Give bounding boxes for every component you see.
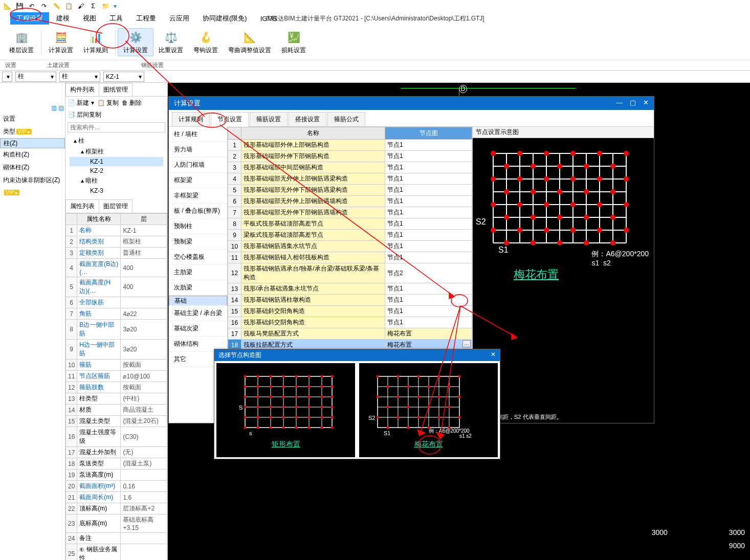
menu-quantity[interactable]: 工程量	[130, 12, 162, 25]
undo-icon[interactable]: ↶	[28, 2, 36, 10]
prop-value[interactable]: 按截面	[121, 360, 167, 371]
prop-name[interactable]: 泵送类型	[77, 458, 121, 469]
prop-value[interactable]: 1.6	[121, 492, 167, 503]
row-value[interactable]: 节点1	[385, 151, 472, 162]
prop-value[interactable]: 层顶标高+2	[121, 503, 167, 514]
node-table[interactable]: 名称节点图 1 筏形基础端部外伸上部钢筋构造 节点12 筏形基础端部外伸下部钢筋…	[228, 127, 472, 362]
prop-value[interactable]: (中柱)	[121, 393, 167, 405]
node-table-row[interactable]: 17 筏板马凳筋配置方式 梅花布置	[228, 328, 472, 340]
row-value[interactable]: 节点1	[385, 140, 472, 151]
prop-name[interactable]: 泵送高度(m)	[77, 469, 121, 481]
prop-name[interactable]: 节点区箍筋	[77, 371, 121, 382]
prop-value[interactable]: 0.16	[121, 481, 167, 492]
node-table-row[interactable]: 15 筏形基础斜交阳角构造 节点1	[228, 306, 472, 317]
menu-cloud[interactable]: 云应用	[163, 12, 195, 25]
prop-value[interactable]: 普通柱	[121, 248, 167, 259]
dlg-tab-stirrup[interactable]: 箍筋设置	[250, 112, 288, 126]
prop-value[interactable]	[121, 469, 167, 481]
node-table-row[interactable]: 16 筏形基础斜交阴角构造 节点1	[228, 317, 472, 328]
category-item[interactable]: 人防门框墙	[169, 158, 227, 173]
tree-item[interactable]: 类型VIP ▸	[0, 125, 65, 138]
row-value[interactable]: 节点1	[385, 317, 472, 328]
node-table-row[interactable]: 2 筏形基础端部外伸下部钢筋构造 节点1	[228, 151, 472, 162]
prop-name[interactable]: ⊕ 钢筋业务属性	[77, 544, 121, 561]
row-value[interactable]: 节点1	[385, 283, 472, 295]
prop-name[interactable]: 混凝土外加剂	[77, 447, 121, 458]
selector-2[interactable]: 柱▾	[15, 72, 56, 82]
selector-3[interactable]: 柱▾	[59, 72, 100, 82]
category-item[interactable]: 柱 / 墙柱	[169, 127, 227, 142]
prop-value[interactable]: 3⌀20	[121, 320, 167, 340]
tree-item-column[interactable]: 柱(Z)	[0, 138, 65, 148]
category-item[interactable]: 非框架梁	[169, 188, 227, 204]
prop-name[interactable]: 角筋	[77, 308, 121, 320]
row-value[interactable]: 节点1	[385, 185, 472, 196]
search-input[interactable]	[68, 122, 165, 132]
ribbon-loss-settings[interactable]: 💹损耗设置	[276, 29, 311, 56]
tree-leaf[interactable]: KZ-3	[70, 186, 163, 195]
qat-dropdown-icon[interactable]: ▾	[114, 3, 117, 10]
category-item[interactable]: 基础主梁 / 承台梁	[169, 306, 227, 321]
prop-name[interactable]: 截面周长(m)	[77, 492, 121, 503]
tree-item[interactable]: VIP ▸	[0, 187, 65, 198]
dlg-tab-rules[interactable]: 计算规则	[172, 112, 210, 126]
tree-leaf-kz1[interactable]: KZ-1	[70, 157, 163, 166]
ribbon-calc-rules[interactable]: 📊计算规则	[78, 29, 113, 56]
dialog2-titlebar[interactable]: 选择节点构造图 ✕	[214, 349, 500, 361]
prop-name[interactable]: 混凝土强度等级	[77, 427, 121, 447]
tab-drawing-mgmt[interactable]: 图纸管理	[99, 83, 133, 96]
menu-modeling[interactable]: 建模	[50, 12, 76, 25]
prop-value[interactable]	[121, 533, 167, 544]
category-item[interactable]: 主肋梁	[169, 265, 227, 280]
row-value[interactable]: 节点1	[385, 218, 472, 230]
prop-value[interactable]: (无)	[121, 447, 167, 458]
node-table-row[interactable]: 11 筏形基础钢筋锚入相邻筏板构造 节点1	[228, 252, 472, 263]
tree-node[interactable]: ▴ 柱	[70, 136, 163, 146]
node-table-row[interactable]: 7 筏形基础端部无外伸下部钢筋遇墙构造 节点1	[228, 207, 472, 218]
prop-name[interactable]: 材质	[77, 405, 121, 416]
node-table-row[interactable]: 8 平板式筏形基础顶部高差节点 节点1	[228, 218, 472, 230]
prop-value[interactable]	[121, 544, 167, 561]
brush-icon[interactable]: 🖌	[77, 2, 85, 10]
row-value[interactable]: 节点1	[385, 173, 472, 185]
prop-name[interactable]: H边一侧中部筋	[77, 340, 121, 360]
ribbon-floor-settings[interactable]: 🏢楼层设置	[4, 29, 39, 56]
menu-engineering-settings[interactable]: 工程设置	[10, 12, 49, 25]
delete-button[interactable]: 🗑 删除	[122, 99, 142, 107]
prop-value[interactable]: 4⌀22	[121, 308, 167, 320]
node-table-row[interactable]: 1 筏形基础端部外伸上部钢筋构造 节点1	[228, 140, 472, 151]
tab-layer-mgmt[interactable]: 图层管理	[99, 199, 133, 213]
row-value[interactable]: 节点1	[385, 230, 472, 241]
node-table-row[interactable]: 10 筏形基础钢筋遇集水坑节点 节点1	[228, 241, 472, 252]
ribbon-weight-settings[interactable]: ⚖️比重设置	[153, 29, 188, 56]
tree-item[interactable]: 设置	[0, 113, 65, 125]
row-value[interactable]: 节点1	[385, 196, 472, 207]
dlg-tab-formula[interactable]: 箍筋公式	[327, 112, 365, 126]
prop-name[interactable]: 底标高(m)	[77, 514, 121, 533]
category-item[interactable]: 基础	[169, 296, 227, 306]
prop-name[interactable]: 名称	[77, 225, 121, 236]
row-value[interactable]: 梅花布置	[385, 328, 472, 340]
row-value[interactable]: 节点1	[385, 207, 472, 218]
prop-value[interactable]: ⌀10@100	[121, 371, 167, 382]
node-table-row[interactable]: 9 梁板式筏形基础顶部高差节点 节点1	[228, 230, 472, 241]
menu-tools[interactable]: 工具	[103, 12, 129, 25]
prop-name[interactable]: 柱类型	[77, 393, 121, 405]
menu-collab[interactable]: 协同建模(限免)	[196, 12, 253, 25]
tree-leaf[interactable]: KZ-2	[70, 166, 163, 175]
node-table-row[interactable]: 5 筏形基础端部无外伸下部钢筋遇梁构造 节点1	[228, 185, 472, 196]
category-item[interactable]: 预制梁	[169, 234, 227, 250]
row-value[interactable]: 节点1	[385, 306, 472, 317]
prop-value[interactable]: 400	[121, 277, 167, 297]
row-value[interactable]: 节点2	[385, 263, 472, 283]
tree-item[interactable]: 构造柱(Z)	[0, 148, 65, 161]
category-item[interactable]: 基础次梁	[169, 321, 227, 337]
ruler-icon[interactable]: 📏	[52, 2, 60, 10]
selector-1[interactable]: ▾	[2, 72, 12, 82]
new-button[interactable]: 📄 新建 ▾	[68, 99, 94, 107]
redo-icon[interactable]: ↷	[40, 2, 48, 10]
category-item[interactable]: 剪力墙	[169, 142, 227, 158]
node-table-row[interactable]: 4 筏形基础端部无外伸上部钢筋遇梁构造 节点1	[228, 173, 472, 185]
tree-view-toggle-icon[interactable]: ▥ ▤	[51, 104, 64, 111]
prop-name[interactable]: 截面高度(H边)(…	[77, 277, 121, 297]
